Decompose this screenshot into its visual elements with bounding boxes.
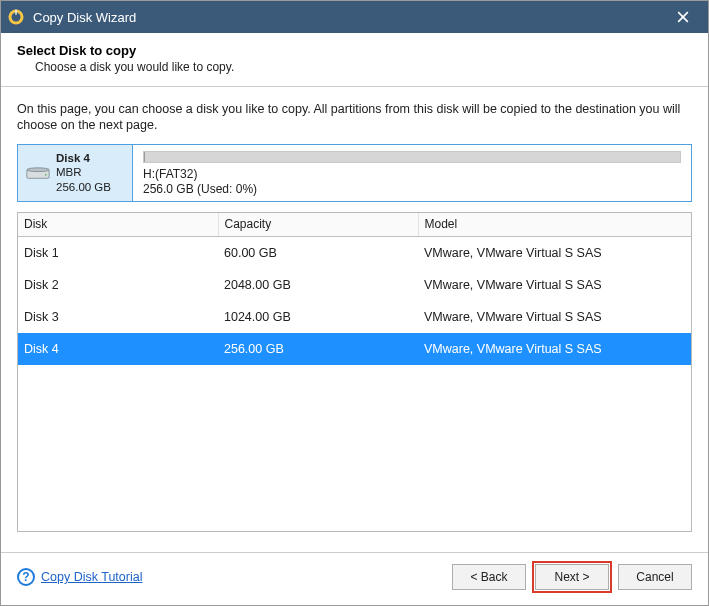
svg-point-6 [27, 167, 49, 171]
page-header: Select Disk to copy Choose a disk you wo… [1, 33, 708, 87]
instruction-text: On this page, you can choose a disk you … [1, 87, 708, 144]
table-row[interactable]: Disk 160.00 GBVMware, VMware Virtual S S… [18, 236, 691, 269]
window-title: Copy Disk Wizard [33, 10, 666, 25]
next-button-highlight: Next > [532, 561, 612, 593]
cell-disk: Disk 1 [18, 236, 218, 269]
next-button[interactable]: Next > [535, 564, 609, 590]
footer: ? Copy Disk Tutorial < Back Next > Cance… [1, 552, 708, 605]
cancel-button[interactable]: Cancel [618, 564, 692, 590]
cell-capacity: 256.00 GB [218, 333, 418, 365]
titlebar: Copy Disk Wizard [1, 1, 708, 33]
selected-disk-partition: H:(FAT32) 256.0 GB (Used: 0%) [133, 145, 691, 201]
svg-rect-2 [15, 10, 17, 15]
selected-disk-panel: Disk 4 MBR 256.00 GB H:(FAT32) 256.0 GB … [17, 144, 692, 202]
cell-model: VMware, VMware Virtual S SAS [418, 236, 691, 269]
disk-table: Disk Capacity Model Disk 160.00 GBVMware… [17, 212, 692, 532]
back-button[interactable]: < Back [452, 564, 526, 590]
help-icon[interactable]: ? [17, 568, 35, 586]
tutorial-link[interactable]: Copy Disk Tutorial [41, 570, 142, 584]
partition-label: H:(FAT32) [143, 167, 681, 182]
selected-disk-style: MBR [56, 165, 111, 179]
column-header-model[interactable]: Model [418, 213, 691, 237]
selected-disk-summary: Disk 4 MBR 256.00 GB [18, 145, 133, 201]
close-icon[interactable] [666, 1, 700, 33]
page-title: Select Disk to copy [17, 43, 692, 58]
cell-disk: Disk 4 [18, 333, 218, 365]
cell-model: VMware, VMware Virtual S SAS [418, 333, 691, 365]
hard-drive-icon [26, 167, 50, 181]
table-row[interactable]: Disk 4256.00 GBVMware, VMware Virtual S … [18, 333, 691, 365]
cell-model: VMware, VMware Virtual S SAS [418, 301, 691, 333]
cell-capacity: 2048.00 GB [218, 269, 418, 301]
cell-capacity: 60.00 GB [218, 236, 418, 269]
app-icon [7, 8, 25, 26]
selected-disk-name: Disk 4 [56, 151, 111, 165]
usage-bar [143, 151, 681, 163]
page-subtitle: Choose a disk you would like to copy. [35, 60, 692, 74]
partition-detail: 256.0 GB (Used: 0%) [143, 182, 681, 197]
table-row[interactable]: Disk 22048.00 GBVMware, VMware Virtual S… [18, 269, 691, 301]
table-row[interactable]: Disk 31024.00 GBVMware, VMware Virtual S… [18, 301, 691, 333]
column-header-disk[interactable]: Disk [18, 213, 218, 237]
cell-disk: Disk 2 [18, 269, 218, 301]
cell-capacity: 1024.00 GB [218, 301, 418, 333]
column-header-capacity[interactable]: Capacity [218, 213, 418, 237]
selected-disk-size: 256.00 GB [56, 180, 111, 194]
cell-model: VMware, VMware Virtual S SAS [418, 269, 691, 301]
svg-point-7 [45, 174, 47, 176]
cell-disk: Disk 3 [18, 301, 218, 333]
